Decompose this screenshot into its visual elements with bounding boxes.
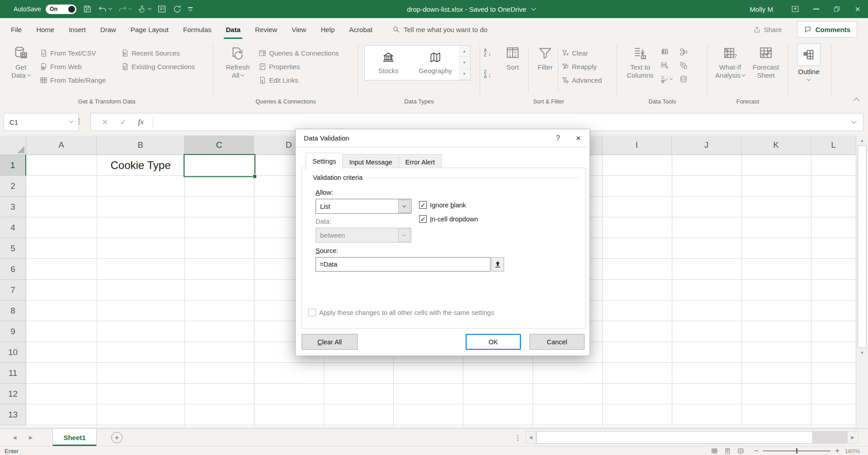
page-break-preview-icon[interactable] (737, 448, 744, 454)
data-combobox[interactable]: between (316, 228, 411, 243)
sort-descending-button[interactable]: ZA ↓ (484, 69, 491, 80)
tab-review[interactable]: Review (248, 18, 284, 41)
row-header-6[interactable]: 6 (0, 259, 26, 280)
reapply-filter-button[interactable]: Reapply (561, 61, 597, 72)
gallery-more-icon[interactable]: ▼ (458, 69, 470, 80)
collapse-ribbon-icon[interactable] (854, 98, 859, 103)
refresh-icon[interactable] (173, 5, 182, 14)
row-header-8[interactable]: 8 (0, 300, 26, 321)
tab-data[interactable]: Data (218, 18, 248, 41)
tab-home[interactable]: Home (29, 18, 61, 41)
data-validation-dropdown-icon[interactable] (670, 76, 673, 80)
row-header-11[interactable]: 11 (0, 363, 26, 384)
outline-button[interactable]: Outline (795, 43, 822, 80)
cell-b1[interactable]: Cookie Type (97, 155, 184, 176)
row-header-1[interactable]: 1 (0, 155, 26, 176)
row-header-13[interactable]: 13 (0, 404, 26, 425)
relationships-button[interactable] (679, 60, 688, 71)
vertical-scrollbar[interactable]: ▲ ▼ (856, 136, 868, 428)
tab-settings[interactable]: Settings (306, 153, 343, 170)
tab-draw[interactable]: Draw (93, 18, 123, 41)
sort-ascending-button[interactable]: AZ ↓ (484, 47, 491, 59)
gallery-scrollbar[interactable]: ▲ ▼ ▼ (458, 45, 471, 80)
horizontal-scroll-track[interactable] (813, 431, 847, 444)
dialog-close-icon[interactable]: × (567, 133, 590, 143)
recent-sources-button[interactable]: Recent Sources (121, 47, 180, 59)
column-header-l[interactable]: L (811, 136, 856, 155)
comments-button[interactable]: Comments (797, 21, 857, 38)
minimize-button[interactable] (806, 0, 826, 18)
clear-filter-button[interactable]: Clear (561, 47, 588, 59)
sheet-tab-sheet1[interactable]: Sheet1 (52, 429, 97, 446)
formula-bar[interactable]: ✕ ✓ fx (90, 113, 863, 131)
row-header-10[interactable]: 10 (0, 342, 26, 363)
existing-connections-button[interactable]: Existing Connections (121, 61, 195, 72)
row-header-4[interactable]: 4 (0, 217, 26, 238)
horizontal-scrollbar[interactable]: ◀ ▶ (525, 431, 860, 444)
undo-button[interactable] (98, 5, 112, 14)
zoom-slider-thumb[interactable] (796, 448, 797, 454)
ribbon-display-options-icon[interactable] (785, 0, 806, 18)
flash-fill-button[interactable] (660, 46, 669, 58)
data-validation-button[interactable] (660, 73, 672, 85)
text-to-columns-button[interactable]: Text to Columns (625, 44, 655, 80)
remove-duplicates-button[interactable] (660, 60, 669, 71)
redo-button[interactable] (118, 5, 132, 14)
tab-file[interactable]: File (4, 18, 29, 41)
zoom-out-icon[interactable]: − (754, 447, 758, 455)
save-icon[interactable] (83, 5, 92, 14)
page-layout-view-icon[interactable] (724, 448, 731, 454)
row-header-9[interactable]: 9 (0, 321, 26, 342)
ignore-blank-label[interactable]: Ignore blank (430, 202, 466, 209)
allow-dropdown-icon[interactable] (398, 200, 410, 213)
active-cell-c1[interactable] (184, 154, 255, 177)
new-sheet-button[interactable]: + (111, 432, 123, 443)
ok-button[interactable]: OK (466, 334, 521, 350)
from-web-button[interactable]: From Web (40, 61, 82, 72)
insert-function-icon[interactable]: fx (138, 117, 144, 127)
scroll-right-icon[interactable]: ▶ (847, 431, 858, 444)
restore-button[interactable] (826, 0, 847, 18)
column-header-j[interactable]: J (672, 136, 741, 155)
column-header-c[interactable]: C (184, 136, 254, 155)
properties-button[interactable]: Properties (259, 61, 300, 72)
form-icon[interactable] (157, 5, 166, 14)
horizontal-scroll-thumb[interactable] (536, 431, 813, 444)
row-header-5[interactable]: 5 (0, 238, 26, 259)
collapse-dialog-picker-button[interactable] (491, 257, 504, 272)
sheet-nav-right-icon[interactable]: ▶ (29, 435, 33, 441)
column-header-b[interactable]: B (97, 136, 184, 155)
column-header-i[interactable]: I (602, 136, 672, 155)
row-header-2[interactable]: 2 (0, 176, 26, 197)
tab-formulas[interactable]: Formulas (176, 18, 219, 41)
zoom-slider[interactable] (763, 450, 830, 451)
forecast-sheet-button[interactable]: Forecast Sheet (750, 44, 782, 80)
row-header-3[interactable]: 3 (0, 197, 26, 217)
stocks-data-type[interactable]: Stocks (365, 46, 412, 80)
advanced-filter-button[interactable]: Advanced (561, 74, 602, 86)
share-button[interactable]: Share (753, 26, 782, 33)
source-input[interactable]: =Data (316, 257, 491, 272)
row-header-7[interactable]: 7 (0, 280, 26, 300)
formula-bar-drag-handle[interactable] (79, 117, 80, 125)
gallery-up-icon[interactable]: ▲ (458, 46, 470, 57)
refresh-all-button[interactable]: Refresh All (222, 44, 253, 80)
tab-acrobat[interactable]: Acrobat (342, 18, 380, 41)
what-if-analysis-button[interactable]: ? What-If Analysis (713, 44, 747, 80)
expand-formula-bar-icon[interactable] (851, 118, 856, 123)
cancel-button[interactable]: Cancel (529, 334, 585, 350)
allow-combobox[interactable]: List (316, 199, 411, 214)
edit-links-button[interactable]: Edit Links (259, 74, 298, 86)
name-box[interactable]: C1 (4, 113, 79, 131)
confirm-entry-icon[interactable]: ✓ (120, 117, 126, 127)
tell-me-search[interactable]: Tell me what you want to do (392, 26, 487, 33)
clear-all-button[interactable]: Clear All (302, 334, 358, 350)
autosave-toggle[interactable]: On (46, 5, 76, 14)
customize-quick-access-icon[interactable] (188, 7, 193, 11)
vertical-scroll-thumb[interactable] (858, 145, 867, 348)
ignore-blank-checkbox[interactable]: ✓ (419, 201, 427, 209)
from-text-csv-button[interactable]: From Text/CSV (40, 47, 96, 59)
dialog-help-icon[interactable]: ? (549, 134, 567, 143)
gallery-down-icon[interactable]: ▼ (458, 57, 470, 68)
dialog-title-bar[interactable]: Data Validation ? × (296, 129, 590, 147)
